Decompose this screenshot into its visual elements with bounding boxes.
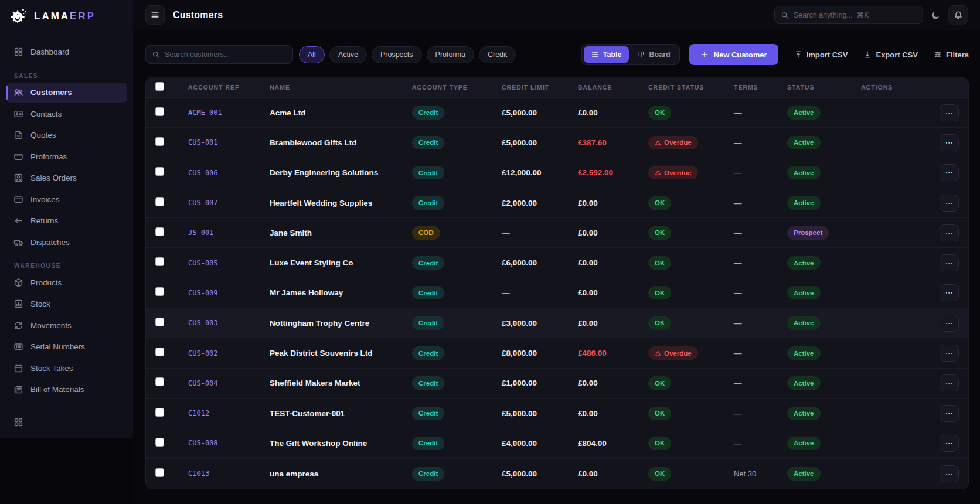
table-row-cus-001[interactable]: CUS-001Bramblewood Gifts LtdCredit£5,000… — [146, 128, 968, 158]
view-option-board[interactable]: Board — [630, 46, 678, 63]
credit-status-cell: OK — [648, 286, 734, 299]
filter-pill-all[interactable]: All — [299, 46, 325, 63]
sidebar-item-stock-takes[interactable]: Stock Takes — [6, 358, 127, 378]
table-row-cus-005[interactable]: CUS-005Luxe Event Styling CoCredit£6,000… — [146, 248, 968, 278]
row-actions-button[interactable]: ⋯ — [940, 164, 959, 181]
row-actions-button[interactable]: ⋯ — [940, 435, 959, 452]
account-ref-link[interactable]: CUS-004 — [188, 379, 270, 387]
sidebar-item-dashboard[interactable]: Dashboard — [6, 42, 127, 62]
account-ref-link[interactable]: CUS-009 — [188, 289, 270, 297]
sidebar-item-sales-orders[interactable]: Sales Orders — [6, 168, 127, 188]
notifications-button[interactable] — [948, 5, 968, 25]
balance-value: £0.00 — [578, 229, 648, 237]
sidebar-item-quotes[interactable]: Quotes — [6, 125, 127, 145]
row-checkbox[interactable] — [155, 348, 164, 356]
sidebar-item-bill-of-materials[interactable]: Bill of Materials — [6, 380, 127, 400]
table-row-cus-003[interactable]: CUS-003Nottingham Trophy CentreCredit£3,… — [146, 308, 968, 338]
account-ref-link[interactable]: CUS-005 — [188, 259, 270, 267]
account-ref-link[interactable]: CUS-003 — [188, 319, 270, 327]
row-actions-button[interactable]: ⋯ — [940, 345, 959, 362]
row-actions-button[interactable]: ⋯ — [940, 374, 959, 391]
row-actions-button[interactable]: ⋯ — [940, 315, 959, 332]
account-type-badge-label: Credit — [418, 260, 438, 267]
row-checkbox[interactable] — [155, 287, 164, 296]
row-checkbox[interactable] — [155, 257, 164, 266]
sidebar-item-movements[interactable]: Movements — [6, 315, 127, 335]
sidebar-item-proformas[interactable]: Proformas — [6, 147, 127, 166]
row-checkbox[interactable] — [155, 227, 164, 236]
row-checkbox[interactable] — [155, 408, 164, 417]
sidebar-item-dispatches[interactable]: Dispatches — [6, 232, 127, 252]
row-checkbox[interactable] — [155, 167, 164, 176]
table-row-cus-009[interactable]: CUS-009Mr James HollowayCredit—£0.00OK—A… — [146, 278, 968, 308]
account-ref-link[interactable]: ACME-001 — [188, 108, 270, 117]
account-ref-link[interactable]: CUS-008 — [188, 439, 270, 447]
table-row-c1012[interactable]: C1012TEST-Customer-001Credit£5,000.00£0.… — [146, 399, 968, 428]
filter-pill-proforma[interactable]: Proforma — [427, 46, 474, 63]
row-actions-button[interactable]: ⋯ — [940, 224, 959, 241]
theme-toggle-button[interactable] — [931, 10, 941, 20]
sidebar-item-item[interactable] — [6, 413, 127, 433]
row-actions-button[interactable]: ⋯ — [940, 134, 959, 151]
table-row-acme-001[interactable]: ACME-001Acme LtdCredit£5,000.00£0.00OK—A… — [146, 98, 968, 128]
sidebar-item-customers[interactable]: Customers — [6, 83, 127, 103]
new-customer-button[interactable]: New Customer — [689, 44, 778, 65]
account-ref-link[interactable]: CUS-001 — [188, 138, 270, 147]
sidebar-item-products[interactable]: Products — [6, 273, 127, 292]
credit-limit-value: £12,000.00 — [502, 168, 578, 177]
column-header-credit-limit: Credit Limit — [502, 84, 578, 91]
filter-pill-credit[interactable]: Credit — [479, 46, 516, 63]
row-checkbox[interactable] — [155, 318, 164, 326]
row-actions-button[interactable]: ⋯ — [940, 104, 959, 121]
status-badge: Active — [787, 346, 821, 360]
filters-button[interactable]: Filters — [934, 50, 969, 59]
row-checkbox[interactable] — [155, 107, 164, 116]
table-row-cus-002[interactable]: CUS-002Peak District Souvenirs LtdCredit… — [146, 338, 968, 368]
sidebar-toggle-button[interactable] — [145, 5, 165, 25]
row-checkbox[interactable] — [155, 438, 164, 447]
sidebar-item-serial-numbers[interactable]: Serial Numbers — [6, 337, 127, 357]
credit-status-badge-label: OK — [655, 440, 665, 447]
sidebar-item-invoices[interactable]: Invoices — [6, 189, 127, 209]
import-csv-button[interactable]: Import CSV — [794, 50, 848, 59]
table-row-cus-008[interactable]: CUS-008The Gift Workshop OnlineCredit£4,… — [146, 428, 968, 458]
sidebar-item-label: Dispatches — [30, 238, 70, 247]
table-row-cus-006[interactable]: CUS-006Derby Engineering SolutionsCredit… — [146, 158, 968, 188]
sidebar-item-label: Proformas — [30, 152, 67, 161]
row-checkbox[interactable] — [155, 137, 164, 146]
customer-search-input[interactable] — [165, 50, 287, 59]
sidebar-item-contacts[interactable]: Contacts — [6, 104, 127, 124]
row-checkbox[interactable] — [155, 197, 164, 206]
account-ref-link[interactable]: JS-001 — [188, 229, 270, 237]
account-ref-link[interactable]: CUS-007 — [188, 199, 270, 207]
account-ref-link[interactable]: C1013 — [188, 469, 270, 478]
balance-value: £0.00 — [578, 409, 648, 418]
row-checkbox[interactable] — [155, 468, 164, 477]
row-actions-button[interactable]: ⋯ — [940, 254, 959, 271]
select-all-checkbox[interactable] — [155, 82, 164, 91]
row-actions-button[interactable]: ⋯ — [940, 284, 959, 301]
account-ref-link[interactable]: C1012 — [188, 409, 270, 417]
table-row-cus-004[interactable]: CUS-004Sheffield Makers MarketCredit£1,0… — [146, 369, 968, 399]
table-row-c1013[interactable]: C1013una empresaCredit£5,000.00£0.00OKNe… — [146, 459, 968, 489]
status-badge-label: Active — [794, 169, 814, 176]
row-actions-button[interactable]: ⋯ — [940, 465, 959, 482]
row-actions-button[interactable]: ⋯ — [940, 195, 959, 212]
view-option-table[interactable]: Table — [584, 46, 629, 63]
repeat-icon — [13, 321, 23, 331]
filter-pill-prospects[interactable]: Prospects — [372, 46, 422, 63]
account-ref-link[interactable]: CUS-002 — [188, 349, 270, 357]
export-csv-button[interactable]: Export CSV — [863, 50, 918, 59]
credit-status-badge-label: OK — [655, 410, 665, 417]
sidebar-item-returns[interactable]: Returns — [6, 211, 127, 231]
global-search-input[interactable] — [794, 11, 917, 19]
table-row-cus-007[interactable]: CUS-007Heartfelt Wedding SuppliesCredit£… — [146, 188, 968, 218]
customer-name: Heartfelt Wedding Supplies — [270, 199, 412, 207]
table-body: ACME-001Acme LtdCredit£5,000.00£0.00OK—A… — [146, 98, 968, 489]
filter-pill-active[interactable]: Active — [329, 46, 367, 63]
sidebar-item-stock[interactable]: Stock — [6, 294, 127, 314]
account-ref-link[interactable]: CUS-006 — [188, 169, 270, 177]
row-checkbox[interactable] — [155, 377, 164, 386]
table-row-js-001[interactable]: JS-001Jane SmithCOD—£0.00OK—Prospect⋯ — [146, 218, 968, 248]
row-actions-button[interactable]: ⋯ — [940, 405, 959, 422]
